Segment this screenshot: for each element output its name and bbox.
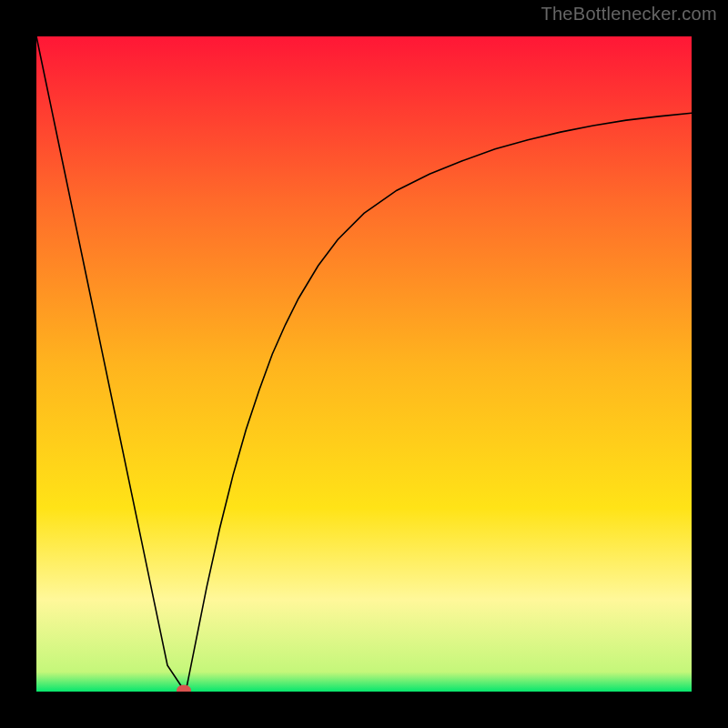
- watermark-text: TheBottlenecker.com: [541, 4, 717, 25]
- svg-rect-0: [36, 36, 692, 692]
- plot-area: [36, 36, 692, 692]
- chart-container: TheBottlenecker.com: [0, 0, 728, 728]
- heatmap-background: [36, 36, 692, 692]
